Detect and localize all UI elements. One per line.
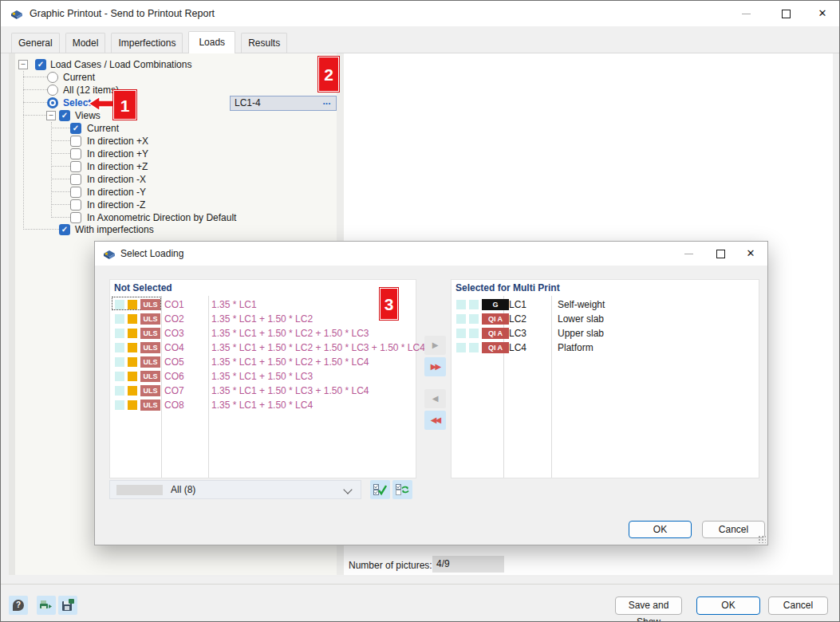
tree-item-direction-plus-x[interactable]: In direction +X: [9, 135, 337, 148]
layer-icon: [469, 343, 479, 352]
list-item[interactable]: ULS CO3 1.35 * LC1 + 1.50 * LC2 + 1.50 *…: [110, 326, 416, 341]
radio-off-icon[interactable]: [47, 85, 58, 96]
tree-item-label: Load Cases / Load Combinations: [50, 58, 191, 71]
layer-icon: [456, 300, 466, 309]
move-all-left-button[interactable]: ◀◀: [424, 411, 446, 430]
filter-dropdown[interactable]: All (8): [109, 480, 361, 499]
help-icon: ?: [13, 600, 24, 611]
radio-on-icon[interactable]: [47, 97, 58, 108]
ok-button[interactable]: OK: [696, 596, 760, 615]
tab-loads[interactable]: Loads: [188, 31, 235, 53]
list-item[interactable]: ULS CO4 1.35 * LC1 + 1.50 * LC2 + 1.50 *…: [110, 341, 416, 355]
tab-results[interactable]: Results: [241, 33, 287, 53]
browse-button[interactable]: ...: [318, 97, 335, 109]
checkbox-icon[interactable]: [70, 161, 81, 172]
list-item[interactable]: QI A LC3 Upper slab: [452, 326, 759, 341]
list-item[interactable]: QI A LC2 Lower slab: [452, 312, 759, 326]
tab-general[interactable]: General: [11, 33, 60, 53]
checkbox-icon[interactable]: [70, 148, 81, 159]
checkbox-icon[interactable]: [70, 187, 81, 198]
tree-item-load-cases[interactable]: Load Cases / Load Combinations: [9, 58, 337, 71]
layer-icon: [456, 329, 466, 338]
tree-item-direction-plus-z[interactable]: In direction +Z: [9, 160, 337, 173]
list-item[interactable]: QI A LC4 Platform: [452, 341, 759, 355]
invert-selection-button[interactable]: [392, 480, 412, 499]
double-left-icon: ◀◀: [431, 415, 440, 424]
load-case-description: Self-weight: [558, 298, 605, 311]
checkbox-checked-icon[interactable]: [35, 59, 46, 70]
checkbox-checked-icon[interactable]: [59, 110, 70, 121]
checkbox-checked-icon[interactable]: [70, 123, 81, 134]
combination-formula: 1.35 * LC1: [211, 298, 257, 311]
move-all-right-button[interactable]: ▶▶: [424, 357, 446, 376]
maximize-icon[interactable]: [708, 242, 732, 266]
maximize-icon[interactable]: [768, 1, 803, 26]
tree-item-with-imperfections[interactable]: With imperfections: [9, 223, 337, 236]
close-icon[interactable]: ✕: [805, 1, 840, 26]
close-icon[interactable]: ✕: [739, 242, 763, 266]
list-item[interactable]: ULS CO1 1.35 * LC1: [110, 297, 416, 312]
cancel-button[interactable]: Cancel: [768, 596, 828, 615]
radio-off-icon[interactable]: [47, 72, 58, 83]
tree-item-label: In direction -X: [87, 173, 146, 186]
tree-connector: [23, 77, 47, 77]
load-case-selection-field[interactable]: LC1-4 ...: [230, 96, 337, 111]
tree-item-views[interactable]: Views: [9, 109, 337, 122]
not-selected-list[interactable]: Not Selected ULS CO1 1.35 * LC1 ULS CO2 …: [109, 279, 416, 478]
checkbox-icon[interactable]: [70, 136, 81, 147]
tree-item-direction-minus-x[interactable]: In direction -X: [9, 173, 337, 186]
dialog-ok-button[interactable]: OK: [629, 521, 692, 538]
list-item[interactable]: ULS CO8 1.35 * LC1 + 1.50 * LC4: [110, 398, 416, 412]
tree-item-axonometric[interactable]: In Axonometric Direction by Default: [9, 211, 337, 224]
load-case-name: LC2: [509, 313, 526, 325]
dialog-cancel-button[interactable]: Cancel: [702, 521, 765, 538]
layer-icon: [469, 300, 479, 309]
select-all-button[interactable]: [370, 480, 390, 499]
combination-name: CO6: [164, 370, 184, 383]
list-item[interactable]: ULS CO5 1.35 * LC1 + 1.50 * LC2 + 1.50 *…: [110, 355, 416, 369]
tree-item-all-cases[interactable]: All (12 items): [9, 84, 337, 96]
checkbox-icon[interactable]: [70, 212, 81, 223]
list-item[interactable]: ULS CO2 1.35 * LC1 + 1.50 * LC2: [110, 312, 416, 326]
print-preview-button[interactable]: [37, 596, 56, 615]
app-icon: [10, 7, 23, 20]
list-item[interactable]: G LC1 Self-weight: [452, 297, 759, 312]
design-situation-badge: ULS: [140, 385, 160, 396]
checkbox-icon[interactable]: [70, 199, 81, 211]
number-of-pictures-value: 4/9: [436, 558, 450, 569]
list-item[interactable]: ULS CO7 1.35 * LC1 + 1.50 * LC3 + 1.50 *…: [110, 384, 416, 398]
load-case-name: LC3: [509, 327, 526, 340]
checkbox-icon[interactable]: [70, 174, 81, 185]
tree-item-direction-minus-z[interactable]: In direction -Z: [9, 199, 337, 211]
collapse-icon[interactable]: [18, 60, 28, 69]
tab-imperfections[interactable]: Imperfections: [111, 33, 183, 53]
layer-icon: [115, 314, 124, 324]
selected-list[interactable]: Selected for Multi Print G LC1 Self-weig…: [451, 279, 759, 478]
resize-grip[interactable]: [757, 534, 766, 543]
load-case-description: Lower slab: [558, 313, 604, 325]
tab-model[interactable]: Model: [65, 33, 106, 53]
checkbox-checked-icon[interactable]: [59, 224, 70, 235]
action-category-badge: QI A: [482, 313, 509, 325]
layer-icon: [115, 343, 124, 352]
combination-icon: [128, 386, 137, 396]
layer-icon: [115, 400, 124, 410]
tree-connector: [23, 115, 46, 116]
help-button[interactable]: ?: [9, 596, 28, 615]
filter-color-swatch: [116, 485, 163, 495]
combination-icon: [128, 372, 137, 381]
tree-item-direction-minus-y[interactable]: In direction -Y: [9, 186, 337, 199]
graphic-printout-window: Graphic Printout - Send to Printout Repo…: [0, 0, 840, 622]
load-case-name: LC4: [509, 341, 526, 354]
tree-item-view-current[interactable]: Current: [9, 122, 337, 135]
tree-connector: [23, 102, 47, 103]
save-and-show-button[interactable]: Save and Show: [615, 596, 682, 615]
list-item[interactable]: ULS CO6 1.35 * LC1 + 1.50 * LC3: [110, 369, 416, 384]
tree-item-direction-plus-y[interactable]: In direction +Y: [9, 148, 337, 160]
combination-name: CO4: [164, 341, 184, 354]
save-printout-button[interactable]: [58, 596, 77, 615]
layer-icon: [456, 343, 466, 352]
collapse-icon[interactable]: [46, 111, 56, 120]
action-category-badge: QI A: [482, 328, 509, 339]
tree-item-current-case[interactable]: Current: [9, 71, 337, 84]
